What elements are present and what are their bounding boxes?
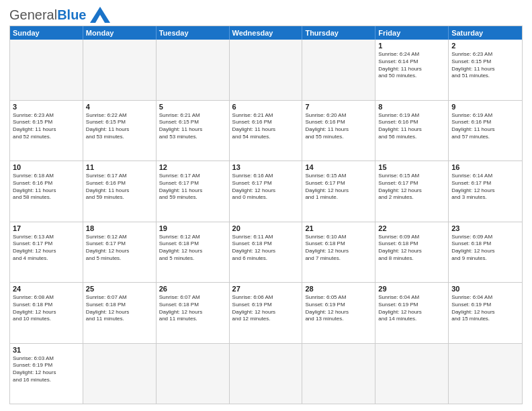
sun-info: Sunrise: 6:08 AM Sunset: 6:18 PM Dayligh… bbox=[13, 294, 80, 323]
sun-info: Sunrise: 6:17 AM Sunset: 6:16 PM Dayligh… bbox=[86, 173, 153, 201]
sun-info: Sunrise: 6:07 AM Sunset: 6:18 PM Dayligh… bbox=[159, 294, 226, 323]
calendar-header: SundayMondayTuesdayWednesdayThursdayFrid… bbox=[10, 26, 522, 40]
day-number: 19 bbox=[159, 224, 226, 232]
sun-info: Sunrise: 6:14 AM Sunset: 6:17 PM Dayligh… bbox=[451, 173, 519, 201]
sun-info: Sunrise: 6:09 AM Sunset: 6:18 PM Dayligh… bbox=[378, 234, 445, 263]
sun-info: Sunrise: 6:04 AM Sunset: 6:19 PM Dayligh… bbox=[378, 294, 445, 323]
weekday-header-wednesday: Wednesday bbox=[230, 26, 303, 40]
day-cell-5: 5Sunrise: 6:21 AM Sunset: 6:15 PM Daylig… bbox=[157, 101, 230, 161]
day-number: 15 bbox=[378, 163, 445, 171]
day-number: 30 bbox=[451, 285, 519, 293]
calendar-row-0: 1Sunrise: 6:24 AM Sunset: 6:14 PM Daylig… bbox=[10, 40, 522, 100]
day-cell-12: 12Sunrise: 6:17 AM Sunset: 6:17 PM Dayli… bbox=[157, 161, 230, 222]
day-cell-13: 13Sunrise: 6:16 AM Sunset: 6:17 PM Dayli… bbox=[230, 161, 303, 222]
logo: GeneralBlue bbox=[9, 7, 110, 23]
day-cell-9: 9Sunrise: 6:19 AM Sunset: 6:16 PM Daylig… bbox=[449, 101, 522, 161]
day-number: 22 bbox=[378, 224, 445, 232]
day-number: 27 bbox=[232, 285, 300, 293]
day-cell-28: 28Sunrise: 6:05 AM Sunset: 6:19 PM Dayli… bbox=[302, 283, 375, 343]
day-number: 28 bbox=[305, 285, 372, 293]
day-number: 2 bbox=[451, 42, 519, 50]
day-number: 14 bbox=[305, 163, 372, 171]
day-number: 25 bbox=[86, 285, 153, 293]
page: GeneralBlue SundayMondayTuesdayWednesday… bbox=[0, 0, 532, 411]
day-number: 10 bbox=[13, 163, 80, 171]
day-number: 29 bbox=[378, 285, 445, 293]
empty-cell bbox=[302, 344, 375, 404]
sun-info: Sunrise: 6:22 AM Sunset: 6:15 PM Dayligh… bbox=[86, 112, 153, 141]
sun-info: Sunrise: 6:09 AM Sunset: 6:18 PM Dayligh… bbox=[451, 234, 519, 263]
empty-cell bbox=[302, 40, 375, 100]
day-cell-29: 29Sunrise: 6:04 AM Sunset: 6:19 PM Dayli… bbox=[375, 283, 449, 343]
day-cell-14: 14Sunrise: 6:15 AM Sunset: 6:17 PM Dayli… bbox=[302, 161, 375, 222]
day-number: 11 bbox=[86, 163, 153, 171]
sun-info: Sunrise: 6:07 AM Sunset: 6:18 PM Dayligh… bbox=[86, 294, 153, 323]
day-number: 26 bbox=[159, 285, 226, 293]
sun-info: Sunrise: 6:11 AM Sunset: 6:18 PM Dayligh… bbox=[232, 234, 300, 263]
day-cell-2: 2Sunrise: 6:23 AM Sunset: 6:15 PM Daylig… bbox=[449, 40, 522, 100]
sun-info: Sunrise: 6:06 AM Sunset: 6:19 PM Dayligh… bbox=[232, 294, 300, 323]
sun-info: Sunrise: 6:18 AM Sunset: 6:16 PM Dayligh… bbox=[13, 173, 80, 201]
day-cell-22: 22Sunrise: 6:09 AM Sunset: 6:18 PM Dayli… bbox=[375, 222, 449, 283]
day-cell-19: 19Sunrise: 6:12 AM Sunset: 6:18 PM Dayli… bbox=[157, 222, 230, 283]
day-cell-3: 3Sunrise: 6:23 AM Sunset: 6:15 PM Daylig… bbox=[10, 101, 83, 161]
empty-cell bbox=[83, 344, 157, 404]
day-cell-10: 10Sunrise: 6:18 AM Sunset: 6:16 PM Dayli… bbox=[10, 161, 83, 222]
day-cell-16: 16Sunrise: 6:14 AM Sunset: 6:17 PM Dayli… bbox=[449, 161, 522, 222]
day-number: 16 bbox=[451, 163, 519, 171]
day-number: 9 bbox=[451, 103, 519, 111]
calendar-body: 1Sunrise: 6:24 AM Sunset: 6:14 PM Daylig… bbox=[10, 40, 522, 404]
logo-icon bbox=[90, 7, 110, 23]
day-number: 1 bbox=[378, 42, 445, 50]
sun-info: Sunrise: 6:20 AM Sunset: 6:16 PM Dayligh… bbox=[305, 112, 372, 141]
sun-info: Sunrise: 6:15 AM Sunset: 6:17 PM Dayligh… bbox=[305, 173, 372, 201]
sun-info: Sunrise: 6:05 AM Sunset: 6:19 PM Dayligh… bbox=[305, 294, 372, 323]
day-number: 21 bbox=[305, 224, 372, 232]
weekday-header-monday: Monday bbox=[83, 26, 157, 40]
sun-info: Sunrise: 6:23 AM Sunset: 6:15 PM Dayligh… bbox=[13, 112, 80, 141]
sun-info: Sunrise: 6:19 AM Sunset: 6:16 PM Dayligh… bbox=[378, 112, 445, 141]
empty-cell bbox=[157, 344, 230, 404]
sun-info: Sunrise: 6:24 AM Sunset: 6:14 PM Dayligh… bbox=[378, 51, 445, 80]
logo-general: General bbox=[9, 7, 57, 22]
day-cell-6: 6Sunrise: 6:21 AM Sunset: 6:16 PM Daylig… bbox=[230, 101, 303, 161]
day-number: 13 bbox=[232, 163, 300, 171]
calendar-row-1: 3Sunrise: 6:23 AM Sunset: 6:15 PM Daylig… bbox=[10, 100, 522, 161]
day-cell-20: 20Sunrise: 6:11 AM Sunset: 6:18 PM Dayli… bbox=[230, 222, 303, 283]
day-cell-27: 27Sunrise: 6:06 AM Sunset: 6:19 PM Dayli… bbox=[230, 283, 303, 343]
empty-cell bbox=[230, 40, 303, 100]
sun-info: Sunrise: 6:15 AM Sunset: 6:17 PM Dayligh… bbox=[378, 173, 445, 201]
calendar-row-2: 10Sunrise: 6:18 AM Sunset: 6:16 PM Dayli… bbox=[10, 161, 522, 222]
sun-info: Sunrise: 6:19 AM Sunset: 6:16 PM Dayligh… bbox=[451, 112, 519, 141]
sun-info: Sunrise: 6:12 AM Sunset: 6:17 PM Dayligh… bbox=[86, 234, 153, 263]
sun-info: Sunrise: 6:16 AM Sunset: 6:17 PM Dayligh… bbox=[232, 173, 300, 201]
empty-cell bbox=[157, 40, 230, 100]
sun-info: Sunrise: 6:13 AM Sunset: 6:17 PM Dayligh… bbox=[13, 234, 80, 263]
day-cell-31: 31Sunrise: 6:03 AM Sunset: 6:19 PM Dayli… bbox=[10, 344, 83, 404]
weekday-header-sunday: Sunday bbox=[10, 26, 83, 40]
weekday-header-saturday: Saturday bbox=[449, 26, 522, 40]
day-number: 8 bbox=[378, 103, 445, 111]
empty-cell bbox=[10, 40, 83, 100]
day-number: 23 bbox=[451, 224, 519, 232]
day-cell-8: 8Sunrise: 6:19 AM Sunset: 6:16 PM Daylig… bbox=[375, 101, 449, 161]
day-number: 20 bbox=[232, 224, 300, 232]
day-cell-23: 23Sunrise: 6:09 AM Sunset: 6:18 PM Dayli… bbox=[449, 222, 522, 283]
day-cell-17: 17Sunrise: 6:13 AM Sunset: 6:17 PM Dayli… bbox=[10, 222, 83, 283]
calendar-row-4: 24Sunrise: 6:08 AM Sunset: 6:18 PM Dayli… bbox=[10, 282, 522, 343]
day-number: 4 bbox=[86, 103, 153, 111]
empty-cell bbox=[230, 344, 303, 404]
weekday-header-friday: Friday bbox=[375, 26, 449, 40]
day-number: 31 bbox=[13, 346, 80, 354]
weekday-header-thursday: Thursday bbox=[302, 26, 375, 40]
day-number: 3 bbox=[13, 103, 80, 111]
day-cell-21: 21Sunrise: 6:10 AM Sunset: 6:18 PM Dayli… bbox=[302, 222, 375, 283]
day-cell-1: 1Sunrise: 6:24 AM Sunset: 6:14 PM Daylig… bbox=[375, 40, 449, 100]
sun-info: Sunrise: 6:17 AM Sunset: 6:17 PM Dayligh… bbox=[159, 173, 226, 201]
day-number: 12 bbox=[159, 163, 226, 171]
day-number: 18 bbox=[86, 224, 153, 232]
empty-cell bbox=[375, 344, 449, 404]
day-cell-26: 26Sunrise: 6:07 AM Sunset: 6:18 PM Dayli… bbox=[157, 283, 230, 343]
sun-info: Sunrise: 6:21 AM Sunset: 6:16 PM Dayligh… bbox=[232, 112, 300, 141]
empty-cell bbox=[83, 40, 157, 100]
